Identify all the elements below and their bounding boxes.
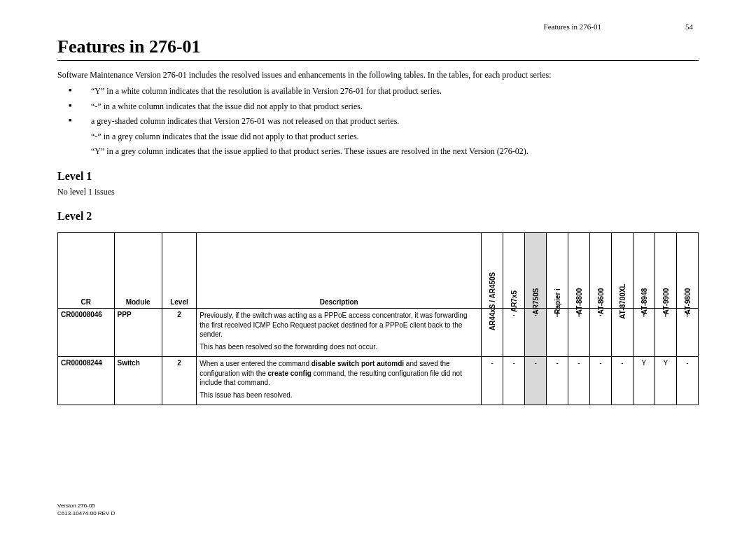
cell-description: Previously, if the switch was acting as …	[197, 309, 482, 357]
col-level: Level	[162, 233, 197, 309]
sub-line: “-” in a grey column indicates that the …	[91, 131, 699, 143]
cell-prod: -	[590, 357, 612, 405]
sub-line: “Y” in a grey column indicates that the …	[91, 146, 699, 157]
bullet-list: “Y” in a white column indicates that the…	[57, 85, 699, 127]
cell-prod: -	[503, 309, 525, 357]
col-product: AT-8948	[633, 233, 654, 309]
bullet-item: “Y” in a white column indicates that the…	[57, 85, 699, 97]
level1-heading: Level 1	[57, 170, 699, 183]
col-cr: CR	[58, 233, 115, 309]
page: Features in 276-01 54 Features in 276-01…	[0, 0, 756, 534]
title-rule	[57, 60, 699, 61]
cell-prod: Y	[654, 357, 676, 405]
col-product: AT-8600	[590, 233, 612, 309]
cell-module: Switch	[114, 357, 162, 405]
cell-prod: Y	[633, 357, 654, 405]
cell-module: PPP	[114, 309, 162, 357]
cell-prod: Y	[633, 309, 654, 357]
cell-prod: Y	[654, 309, 676, 357]
bullet-item: a grey-shaded column indicates that Vers…	[57, 115, 699, 127]
issues-table: CR Module Level Description AR44xS / AR4…	[57, 232, 699, 405]
col-product: AT-9900	[654, 233, 676, 309]
footer-version: Version 276-05	[57, 503, 115, 510]
col-description: Description	[197, 233, 482, 309]
cell-prod: -	[525, 357, 547, 405]
page-title: Features in 276-01	[57, 36, 699, 57]
level1-text: No level 1 issues	[57, 187, 699, 197]
cell-level: 2	[162, 309, 197, 357]
table-row: CR00008244 Switch 2 When a user entered …	[58, 357, 699, 405]
col-module: Module	[114, 233, 162, 309]
col-product: AR7x5	[503, 233, 525, 309]
page-number: 54	[685, 22, 693, 31]
cell-prod: -	[503, 357, 525, 405]
cell-prod: -	[568, 357, 590, 405]
bullet-item: “-” in a white column indicates that the…	[57, 101, 699, 113]
col-product: AT-8700XL	[611, 233, 633, 309]
table-header-row: CR Module Level Description AR44xS / AR4…	[58, 233, 699, 309]
col-product: AT-9800	[676, 233, 698, 309]
footer-doc-id: C613-10474-00 REV D	[57, 510, 115, 517]
cell-prod: Y	[568, 309, 590, 357]
level2-heading: Level 2	[57, 210, 699, 223]
cell-cr: CR00008244	[58, 357, 115, 405]
cell-prod: -	[547, 357, 568, 405]
running-title: Features in 276-01	[544, 22, 601, 31]
cell-level: 2	[162, 357, 197, 405]
footer: Version 276-05 C613-10474-00 REV D	[57, 503, 115, 517]
cell-cr: CR00008046	[58, 309, 115, 357]
cell-prod: -	[590, 309, 612, 357]
cell-prod: -	[676, 357, 698, 405]
cell-prod: Y	[547, 309, 568, 357]
table-row: CR00008046 PPP 2 Previously, if the swit…	[58, 309, 699, 357]
cell-prod: Y	[676, 309, 698, 357]
col-product: AT-8800	[568, 233, 590, 309]
col-product: Rapier i	[547, 233, 568, 309]
col-product: AR44xS / AR450S	[482, 233, 503, 309]
cell-prod: -	[482, 357, 503, 405]
cell-description: When a user entered the command disable …	[197, 357, 482, 405]
col-product: AR750S	[525, 233, 547, 309]
cell-prod: -	[525, 309, 547, 357]
intro-text: Software Maintenance Version 276-01 incl…	[57, 69, 699, 81]
cell-prod: -	[611, 357, 633, 405]
running-header: Features in 276-01 54	[57, 22, 699, 31]
